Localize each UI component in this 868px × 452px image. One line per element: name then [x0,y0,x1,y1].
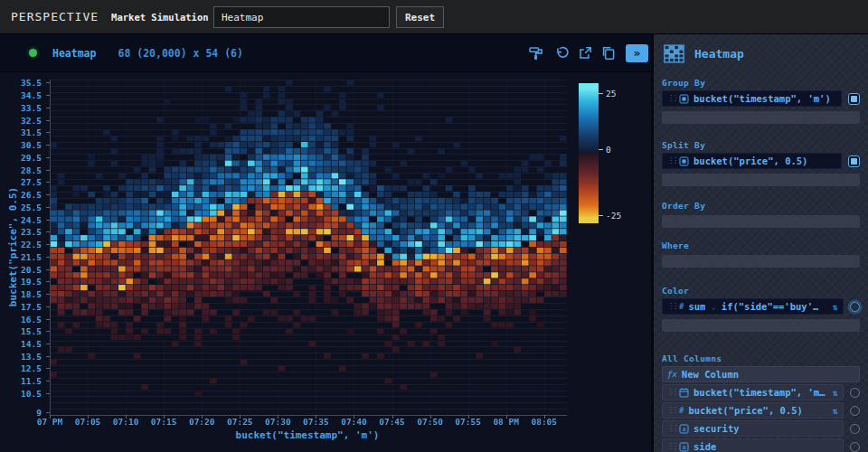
sort-icon[interactable]: ⇅ [833,388,838,398]
undo-icon[interactable] [553,45,570,61]
group-by-checkbox[interactable] [848,93,860,105]
plugin-header[interactable]: Heatmap [654,34,868,72]
open-external-icon[interactable] [577,45,593,61]
y-tick-label: 22.5 [5,240,42,250]
y-tick-label: 33.5 [5,103,42,113]
heatmap-canvas[interactable] [43,74,571,423]
y-tick-label: 29.5 [5,153,42,163]
y-tick-label: 34.5 [5,90,42,100]
where-label: Where [662,240,860,251]
x-tick-label: 07:30 [265,417,291,427]
x-tick-label: 07:40 [341,417,367,427]
y-tick-label: 10.5 [5,389,42,399]
column-radio[interactable] [850,442,860,452]
group-by-empty-slot[interactable] [662,111,860,124]
svg-text:a: a [682,426,685,433]
column-type-icon [679,94,689,104]
copy-icon[interactable] [600,45,617,61]
legend-min-label: -25 [606,211,621,221]
column-name: security [693,423,740,434]
drag-handle-icon[interactable]: ⋮⋮ [667,157,675,165]
chevron-down-icon[interactable]: ⌄ [711,302,715,311]
y-tick-label: 12.5 [5,363,42,373]
y-tick-label: 26.5 [5,190,42,200]
reset-button[interactable]: Reset [396,6,444,28]
sort-icon[interactable]: ⇅ [833,302,838,312]
column-row-side[interactable]: ⋮⋮ a side [662,438,844,452]
drag-handle-icon[interactable]: ⋮⋮ [667,95,675,102]
group-by-pill[interactable]: ⋮⋮ bucket("timestamp", 'm') [662,90,842,107]
datetime-type-icon [679,388,689,398]
plugin-title: Heatmap [694,47,744,61]
number-type-icon: # [679,406,684,415]
y-tick-label: 21.5 [5,252,42,262]
new-column-button[interactable]: ƒx New Column [662,366,860,382]
x-tick-label: 07:15 [151,417,177,427]
y-tick-label: 17.5 [5,302,42,312]
y-tick-label: 25.5 [5,202,42,212]
group-by-label: Group By [662,78,860,89]
where-empty-slot[interactable] [662,255,860,268]
color-expression[interactable]: if("side"=='buy'… [722,301,818,312]
color-radio[interactable] [850,302,860,312]
drag-handle-icon[interactable]: ⋮⋮ [667,443,675,450]
column-name: side [693,441,716,452]
y-tick-label: 13.5 [5,352,42,362]
y-tick-label: 23.5 [5,227,42,237]
group-by-field: bucket("timestamp", 'm') [693,93,831,104]
y-tick-label: 32.5 [5,116,42,126]
all-columns-label: All Columns [662,353,860,364]
column-radio[interactable] [850,406,860,416]
drag-handle-icon[interactable]: ⋮⋮ [667,389,675,396]
sort-icon[interactable]: ⇅ [833,406,838,416]
heatmap-plugin-icon [663,42,685,65]
plugin-name-label[interactable]: Heatmap [52,47,96,60]
fx-icon: ƒx [667,370,677,379]
svg-text:a: a [682,444,685,451]
order-by-label: Order By [662,201,860,212]
legend-zero-label: 0 [606,145,611,155]
drag-handle-icon[interactable]: ⋮⋮ [667,425,675,432]
drag-handle-icon[interactable]: ⋮⋮ [667,303,675,310]
legend-tick [599,215,603,216]
workspace-title-input[interactable] [213,6,390,28]
legend-tick [599,149,603,150]
legend-tick [599,93,603,94]
x-tick-label: 07:35 [303,417,329,427]
column-radio[interactable] [850,388,860,398]
legend-max-label: 25 [606,89,616,99]
y-tick-label: 27.5 [5,177,42,187]
color-legend-bar [579,83,599,223]
column-row-price[interactable]: ⋮⋮ # bucket("price", 0.5) ⇅ [662,402,844,419]
split-by-empty-slot[interactable] [662,174,860,186]
y-tick-label: 35.5 [5,78,42,88]
x-tick-label: 07:25 [227,417,253,427]
order-by-empty-slot[interactable] [662,215,860,228]
x-tick-label: 08:05 [531,417,557,427]
split-by-pill[interactable]: ⋮⋮ bucket("price", 0.5) [662,153,842,169]
x-tick-label: 07 PM [37,417,63,427]
y-tick-label: 30.5 [5,140,42,150]
heatmap-chart-area: bucket("price", 0.5) bucket("timestamp",… [0,72,651,452]
column-type-icon [679,156,689,166]
settings-collapse-button[interactable]: » [626,44,648,62]
column-radio[interactable] [850,424,860,434]
y-tick-label: 19.5 [5,277,42,287]
y-tick-label: 18.5 [5,289,42,299]
y-tick-label: 15.5 [5,326,42,336]
paint-roller-icon[interactable] [528,45,544,61]
color-empty-slot[interactable] [662,319,860,332]
x-tick-label: 07:45 [379,417,405,427]
number-type-icon: # [679,302,684,311]
column-row-security[interactable]: ⋮⋮ a security [662,420,844,437]
drag-handle-icon[interactable]: ⋮⋮ [667,407,675,414]
config-sidebar: Heatmap Group By ⋮⋮ bucket("timestamp", … [654,34,868,452]
color-aggregate[interactable]: sum [688,301,705,312]
y-tick-label: 16.5 [5,315,42,325]
color-pill[interactable]: ⋮⋮ # sum ⌄ if("side"=='buy'… ⇅ [662,298,844,315]
split-by-checkbox[interactable] [848,155,860,167]
string-type-icon: a [679,424,689,434]
column-name: bucket("price", 0.5) [688,405,802,416]
app-top-bar: PERSPECTIVE Market Simulation Demo Reset [0,0,868,34]
column-row-timestamp[interactable]: ⋮⋮ bucket("timestamp", 'm') ⇅ [662,384,844,400]
